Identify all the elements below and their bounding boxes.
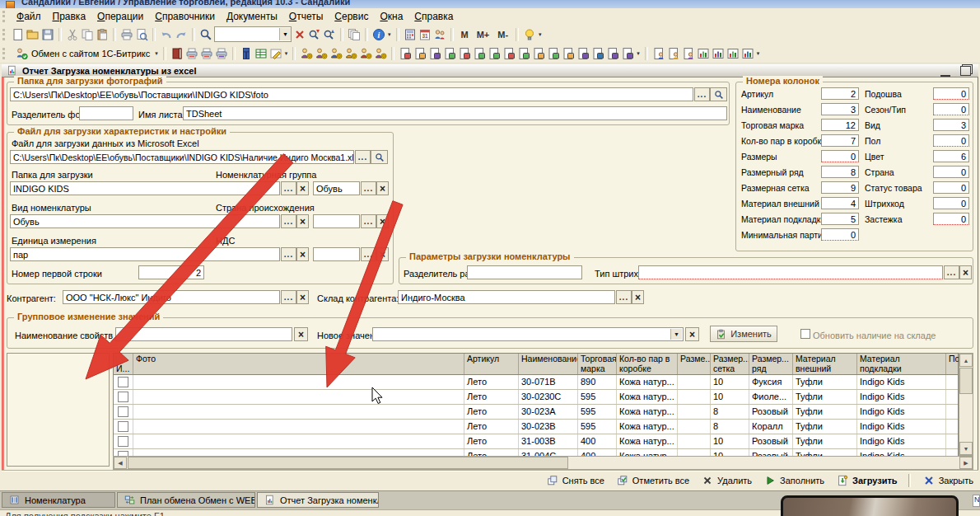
edit-prices-icon[interactable]: [268, 46, 283, 61]
doc-check-icon[interactable]: [487, 46, 502, 61]
table-header-cell[interactable]: И...: [114, 354, 133, 374]
column-number-input-left-7[interactable]: 4: [821, 197, 859, 209]
property-name-clear-button[interactable]: ×: [294, 327, 308, 341]
vscroll-thumb[interactable]: [959, 368, 973, 394]
column-number-input-left-8[interactable]: 5: [821, 213, 859, 225]
action-button-4[interactable]: Загрузить: [835, 473, 898, 488]
table-header-cell[interactable]: Размер... сетка: [711, 354, 749, 374]
column-number-input-left-1[interactable]: 3: [821, 103, 859, 115]
menu-item-1[interactable]: Правка: [47, 9, 92, 24]
column-number-input-left-9[interactable]: 0: [821, 228, 859, 241]
report-person-icon[interactable]: [651, 46, 666, 61]
find-icon[interactable]: [198, 27, 213, 42]
vat-browse-button[interactable]: ...: [361, 247, 376, 261]
chevron-down-icon[interactable]: ▾: [537, 31, 544, 38]
photo-divider-input[interactable]: [79, 106, 133, 120]
column-number-input-right-3[interactable]: 0: [933, 134, 969, 147]
menu-item-0[interactable]: Файл: [11, 9, 47, 24]
unit-clear-button[interactable]: ×: [296, 247, 309, 261]
table-header-cell[interactable]: Фото: [133, 354, 464, 374]
users-icon[interactable]: [432, 27, 447, 42]
column-number-input-right-0[interactable]: 0: [933, 87, 969, 100]
new-value-combo[interactable]: ▼: [372, 327, 684, 341]
chevron-down-icon[interactable]: ▾: [386, 31, 393, 38]
barcode-type-browse-button[interactable]: ...: [944, 265, 959, 279]
hscroll-thumb[interactable]: [128, 457, 568, 469]
column-number-input-right-2[interactable]: 3: [933, 119, 969, 131]
minimize-icon[interactable]: [940, 68, 950, 77]
table-row[interactable]: Лето30-023B595Кожа натур...8КораллТуфлиI…: [114, 420, 959, 434]
table-header-cell[interactable]: Артикул: [464, 354, 519, 374]
chevron-down-icon[interactable]: ▾: [755, 50, 762, 57]
vat-input[interactable]: [313, 247, 360, 261]
table-header-cell[interactable]: Наименование: [519, 354, 578, 374]
nomenclature-group-browse-button[interactable]: ...: [361, 181, 376, 195]
table-row[interactable]: Лето30-0230C595Кожа натур...10Фиоле...Ту…: [114, 390, 959, 405]
find-prev-icon[interactable]: [322, 27, 337, 42]
paste-icon[interactable]: [95, 27, 110, 42]
row-checkbox[interactable]: [118, 436, 128, 447]
report-book-icon[interactable]: [170, 46, 184, 61]
warehouse-browse-button[interactable]: ...: [616, 290, 632, 304]
doc-mark-icon[interactable]: [590, 46, 605, 61]
print-list-icon[interactable]: [199, 46, 214, 61]
load-folder-clear-button[interactable]: ×: [296, 181, 309, 195]
doc-act-icon[interactable]: [516, 46, 531, 61]
row-checkbox[interactable]: [118, 377, 128, 387]
open-folder-icon[interactable]: [26, 27, 40, 42]
excel-file-path-input[interactable]: C:\Users\Пк\Desktop\ЕЕ\обувь\Поставщики\…: [10, 150, 354, 164]
nomenclature-kind-browse-button[interactable]: ...: [281, 214, 296, 228]
change-button[interactable]: Изменить: [710, 326, 777, 342]
copy-stack-icon[interactable]: [347, 27, 362, 42]
column-number-input-left-5[interactable]: 8: [821, 166, 859, 178]
tips-icon[interactable]: [522, 27, 537, 42]
contractor-input[interactable]: ООО "НСК-Люкс" Индиго: [63, 290, 280, 304]
warehouse-clear-button[interactable]: ×: [632, 290, 644, 304]
first-row-input[interactable]: 2: [138, 265, 204, 279]
print-preview-icon[interactable]: [134, 27, 149, 42]
column-number-input-left-2[interactable]: 12: [821, 119, 859, 131]
doc-scan-icon[interactable]: [620, 46, 635, 61]
doc-export-icon[interactable]: [561, 46, 576, 61]
calendar-icon[interactable]: 31: [418, 27, 432, 42]
load-folder-browse-button[interactable]: ...: [281, 181, 296, 195]
price-chart-icon[interactable]: [711, 46, 726, 61]
nomenclature-kind-clear-button[interactable]: ×: [296, 214, 309, 228]
bitrix-exchange-button[interactable]: Обмен с сайтом 1С-Битрикс: [11, 45, 153, 62]
cash-gold-icon[interactable]: [343, 46, 358, 61]
print-icon[interactable]: [119, 27, 134, 42]
doc-copy-icon[interactable]: [605, 46, 620, 61]
calculator-icon[interactable]: [403, 27, 418, 42]
action-button-3[interactable]: Заполнить: [763, 473, 824, 488]
memory-button[interactable]: М+: [473, 29, 494, 40]
action-button-5[interactable]: Закрыть: [922, 473, 973, 488]
toolbar-grip[interactable]: [2, 11, 7, 22]
toolbar-grip[interactable]: [2, 48, 7, 59]
taskbar-tab-2[interactable]: Отчет Загрузка номенклат...: [257, 492, 379, 508]
chevron-down-icon[interactable]: ▼: [670, 329, 682, 340]
property-name-input[interactable]: [115, 327, 292, 341]
supplier-gold-icon[interactable]: [314, 46, 329, 61]
toolbar-grip[interactable]: [2, 29, 7, 40]
column-number-input-left-3[interactable]: 7: [821, 134, 859, 147]
origin-country-input[interactable]: [313, 214, 360, 228]
table-hscrollbar[interactable]: ◀ ▶: [113, 456, 973, 470]
clear-search-icon[interactable]: [292, 27, 307, 42]
scroll-right-icon[interactable]: ▶: [959, 457, 973, 469]
table-row[interactable]: Лето31-003B400Кожа натур...10РозовыйТуфл…: [114, 434, 959, 449]
table-row[interactable]: Лето30-071B890Кожа натур...10ФуксияТуфли…: [114, 375, 959, 390]
redo-icon[interactable]: [174, 27, 189, 42]
menu-item-2[interactable]: Операции: [91, 9, 149, 24]
row-checkbox[interactable]: [118, 421, 128, 432]
contractor-warehouse-input[interactable]: Индиго-Москва: [398, 290, 615, 304]
menu-item-3[interactable]: Справочники: [149, 9, 221, 24]
action-button-1[interactable]: Отметить все: [615, 473, 689, 488]
column-number-input-right-6[interactable]: 0: [933, 181, 969, 194]
nomenclature-table[interactable]: Лето30-071B890Кожа натур...10ФуксияТуфли…: [113, 375, 959, 456]
table-header-cell[interactable]: Разме...: [678, 354, 711, 374]
row-checkbox[interactable]: [118, 392, 128, 402]
excel-file-browse-button[interactable]: ...: [355, 150, 371, 164]
cut-icon[interactable]: [65, 27, 80, 42]
photo-folder-browse-button[interactable]: ...: [694, 87, 710, 101]
goods-jeans-icon[interactable]: [239, 46, 254, 61]
